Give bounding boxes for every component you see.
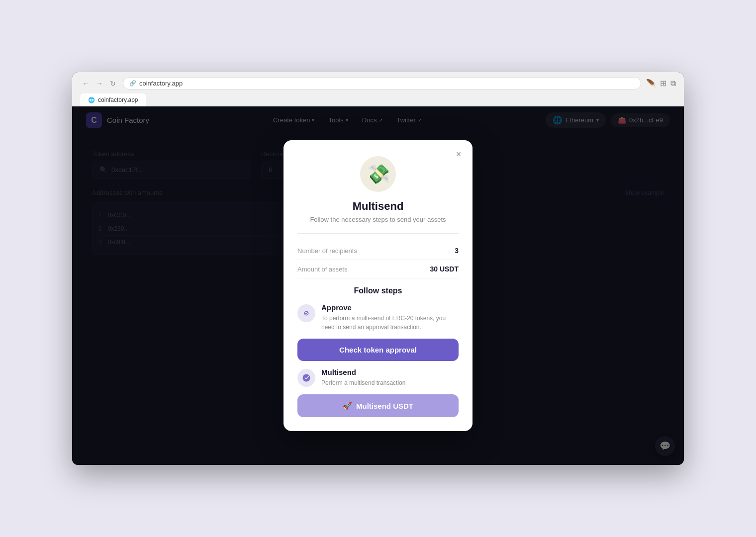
multisend-usdt-button[interactable]: 🚀 Multisend USDT [297, 394, 459, 417]
forward-button[interactable]: → [94, 79, 105, 89]
sidebar-icon[interactable]: ⧉ [670, 79, 676, 88]
approve-content: Approve To perform a multi-send of ERC-2… [321, 303, 459, 332]
recipients-value: 3 [455, 247, 459, 255]
modal-icon: 💸 [360, 156, 396, 192]
modal-close-button[interactable]: × [452, 147, 466, 161]
lock-icon: 🔗 [129, 80, 136, 87]
tab-label: coinfactory.app [98, 96, 138, 103]
multisend-step-title: Multisend [321, 368, 459, 376]
browser-actions: 🪶 ⊞ ⧉ [646, 79, 676, 88]
refresh-button[interactable]: ↻ [108, 79, 118, 89]
tab-grid-icon[interactable]: ⊞ [660, 79, 666, 88]
step-multisend: Multisend Perform a multisend transactio… [297, 368, 459, 387]
approve-icon [297, 304, 315, 322]
follow-steps-title: Follow steps [297, 286, 459, 295]
approve-desc: To perform a multi-send of ERC-20 tokens… [321, 314, 459, 332]
step-approve: Approve To perform a multi-send of ERC-2… [297, 303, 459, 332]
modal-divider [297, 233, 459, 234]
multisend-btn-label: Multisend USDT [356, 402, 413, 410]
nav-buttons: ← → ↻ [80, 79, 118, 89]
multisend-btn-icon: 🚀 [343, 401, 352, 410]
multisend-step-desc: Perform a multisend transaction [321, 378, 459, 387]
extension-icon[interactable]: 🪶 [646, 79, 656, 88]
modal-subtitle: Follow the necessary steps to send your … [297, 216, 459, 223]
multisend-icon [297, 369, 315, 387]
multisend-content: Multisend Perform a multisend transactio… [321, 368, 459, 387]
assets-value: 30 USDT [430, 265, 459, 273]
browser-chrome: ← → ↻ 🔗 coinfactory.app 🪶 ⊞ ⧉ 🌐 coinfact… [72, 72, 684, 106]
app-content: C Coin Factory Create token ▾ Tools ▾ Do… [72, 106, 684, 465]
browser-window: ← → ↻ 🔗 coinfactory.app 🪶 ⊞ ⧉ 🌐 coinfact… [72, 72, 684, 465]
modal-overlay: × 💸 Multisend Follow the necessary steps… [72, 106, 684, 465]
assets-label: Amount of assets [297, 266, 347, 273]
active-tab[interactable]: 🌐 coinfactory.app [80, 93, 146, 106]
address-bar[interactable]: 🔗 coinfactory.app [123, 77, 641, 90]
check-token-approval-button[interactable]: Check token approval [297, 339, 459, 361]
browser-tab-bar: 🌐 coinfactory.app [80, 93, 676, 106]
assets-row: Amount of assets 30 USDT [297, 260, 459, 278]
recipients-row: Number of recipients 3 [297, 242, 459, 260]
recipients-label: Number of recipients [297, 247, 357, 255]
check-approval-label: Check token approval [339, 346, 417, 354]
back-button[interactable]: ← [80, 79, 91, 89]
url-text: coinfactory.app [139, 80, 183, 87]
multisend-modal: × 💸 Multisend Follow the necessary steps… [284, 140, 472, 431]
approve-title: Approve [321, 303, 459, 312]
browser-top-bar: ← → ↻ 🔗 coinfactory.app 🪶 ⊞ ⧉ [80, 77, 676, 90]
modal-title: Multisend [297, 200, 459, 213]
